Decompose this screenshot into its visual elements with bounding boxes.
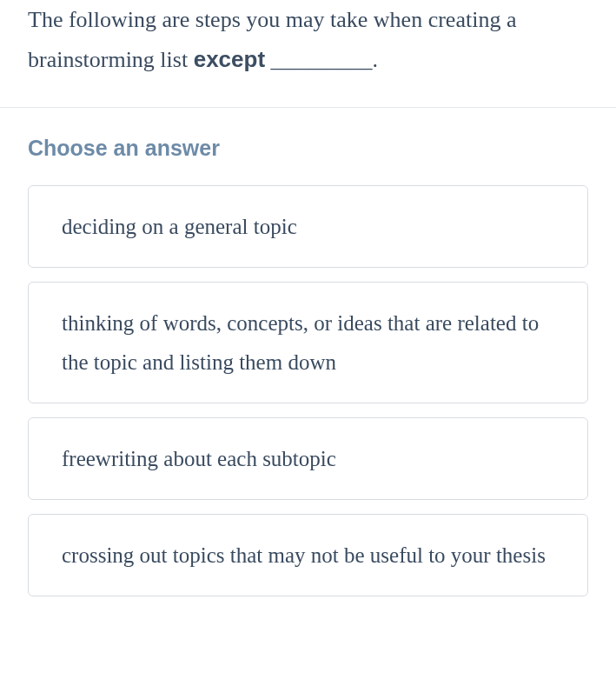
choose-answer-label: Choose an answer [28, 136, 588, 161]
answer-option-text: crossing out topics that may not be usef… [62, 543, 546, 567]
answer-option-text: thinking of words, concepts, or ideas th… [62, 311, 539, 374]
question-section: The following are steps you may take whe… [0, 0, 616, 108]
question-text: The following are steps you may take whe… [28, 0, 588, 79]
answer-option-2[interactable]: freewriting about each subtopic [28, 417, 588, 500]
answer-option-text: freewriting about each subtopic [62, 447, 336, 470]
answer-section: Choose an answer deciding on a general t… [0, 108, 616, 638]
answer-option-1[interactable]: thinking of words, concepts, or ideas th… [28, 282, 588, 403]
answer-option-3[interactable]: crossing out topics that may not be usef… [28, 514, 588, 596]
answer-option-0[interactable]: deciding on a general topic [28, 185, 588, 268]
question-bold: except [194, 46, 265, 72]
answer-option-text: deciding on a general topic [62, 215, 297, 238]
question-suffix: _________. [265, 47, 378, 72]
